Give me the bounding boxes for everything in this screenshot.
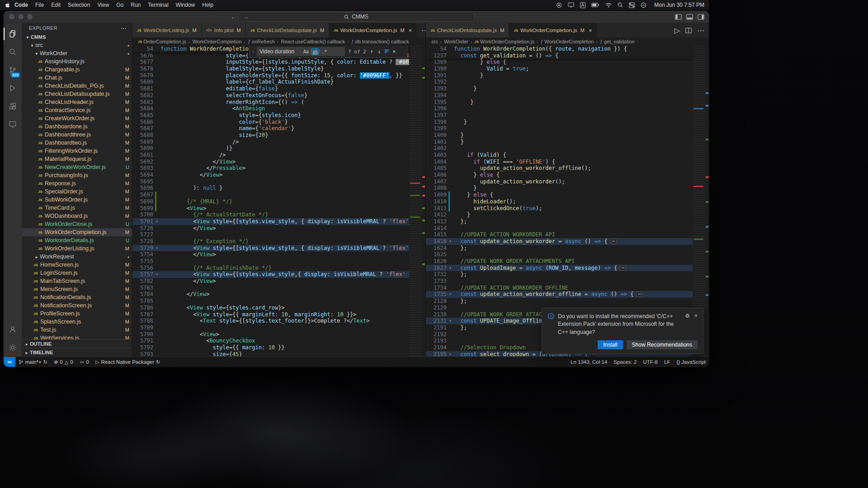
code-line[interactable]: 1411 setClickedOnce(true); <box>426 205 693 212</box>
code-line[interactable]: 5754 </View> <box>132 251 409 258</box>
eol-sequence[interactable]: LF <box>661 359 673 365</box>
find-input[interactable] <box>259 48 301 55</box>
code-line[interactable]: 1408 } <box>426 185 693 192</box>
code-line[interactable]: 1398 } <box>426 119 693 126</box>
code-line[interactable]: 1415 //UPDATE ACTION WORKORDER API <box>426 231 693 238</box>
explorer-icon[interactable] <box>4 25 22 43</box>
code-line[interactable]: 5688 size={20} <box>132 132 409 139</box>
code-line[interactable]: 1407 update_action_workorder(); <box>426 178 693 185</box>
forward-icon[interactable]: → <box>243 14 249 20</box>
ports-item[interactable]: 0 <box>76 359 92 365</box>
code-line[interactable]: 5726 </View> <box>132 225 409 232</box>
folder-item-workorder[interactable]: ▾WorkOrder● <box>22 49 132 57</box>
file-item-homescreen-js[interactable]: JSHomeScreen.jsM <box>22 261 132 269</box>
cursor-position[interactable]: Ln 1343, Col 14 <box>567 359 610 365</box>
code-line[interactable]: 1389 } else { <box>426 59 693 66</box>
code-line[interactable]: 5692 </View> <box>132 159 409 165</box>
menu-file[interactable]: File <box>32 2 47 8</box>
breadcrumb-item[interactable]: WorkOrderCompletion.js <box>480 39 534 44</box>
keyboard-input-icon[interactable]: A <box>580 2 586 8</box>
fold-chevron-icon[interactable]: › <box>447 265 454 272</box>
fold-chevron-icon[interactable]: › <box>447 318 454 324</box>
timeline-section[interactable]: ▸ TIMELINE <box>22 348 132 357</box>
code-line[interactable]: 1416› const update_action_workorder = as… <box>426 238 693 245</box>
code-line[interactable]: 1394 <box>426 92 693 99</box>
menu-view[interactable]: View <box>94 2 113 8</box>
breadcrumb-item[interactable]: React.useCallback() callback <box>281 39 345 44</box>
file-item-checklistdetalisupdate-js[interactable]: JSCheckListDetalisupdate.jsM <box>22 90 132 98</box>
remote-indicator[interactable]: >< <box>4 357 15 367</box>
code-line[interactable]: 5694 </View> <box>132 172 409 178</box>
code-line[interactable]: 1399 <box>426 125 693 132</box>
code-line[interactable]: 1396 <box>426 105 693 112</box>
run-debug-icon[interactable] <box>4 79 22 97</box>
code-editor-1[interactable]: 5676 style={[styles.input, { height: Pla… <box>132 46 425 357</box>
code-line[interactable]: 1393 } <box>426 85 693 92</box>
folder-item-cmms[interactable]: ▾CMMS <box>22 33 132 41</box>
file-item-response-js[interactable]: JSResponse.jsM <box>22 179 132 188</box>
match-case-toggle[interactable]: Aa <box>302 48 310 55</box>
file-item-checklistheader-js[interactable]: JSCheckListHeader.jsM <box>22 98 132 106</box>
fold-chevron-icon[interactable]: › <box>447 351 454 357</box>
code-line[interactable]: 5690 )} <box>132 145 409 152</box>
code-line[interactable]: 5727 <box>132 231 409 238</box>
code-line[interactable]: 5788 <Text style={[styles.text_footer]}>… <box>132 318 409 324</box>
more-actions-icon[interactable]: ⋯ <box>121 25 127 32</box>
code-line[interactable]: 1402 <box>426 145 693 152</box>
file-item-purchasinginfo-js[interactable]: JSPurchasingInfo.jsM <box>22 171 132 179</box>
tab-info-plist[interactable]: </>Info.plistM <box>202 23 246 38</box>
breadcrumb-item[interactable]: WorkOrder <box>444 39 468 44</box>
command-center-search[interactable]: CMMS <box>238 12 474 22</box>
code-line[interactable]: 1414 <box>426 225 693 232</box>
sticky-line[interactable]: 1217 const get_validation = () => { <box>426 52 693 59</box>
file-item-menuscreen-js[interactable]: JSMenuScreen.jsM <box>22 285 132 293</box>
toggle-panel-bottom-icon[interactable] <box>686 14 693 20</box>
code-line[interactable]: 1390 Valid = true; <box>426 66 693 72</box>
minimize-window-button[interactable] <box>18 14 24 19</box>
wifi-icon[interactable] <box>605 3 612 8</box>
file-item-workordercompletion-js[interactable]: JSWorkOrderCompletion.jsM <box>22 228 132 236</box>
code-line[interactable]: 1410 hideLoader(); <box>426 198 693 205</box>
close-window-button[interactable] <box>9 14 14 19</box>
code-line[interactable]: 1404 if (WIFI === 'OFFLINE') { <box>426 159 693 165</box>
run-file-icon[interactable]: ▷ <box>675 26 680 35</box>
menu-window[interactable]: Window <box>172 2 199 8</box>
code-line[interactable]: 5785 <box>132 298 409 305</box>
close-tab-icon[interactable]: × <box>409 27 412 34</box>
code-line[interactable]: 1395 } <box>426 99 693 106</box>
code-line[interactable]: 5784 </View> <box>132 291 409 298</box>
next-match-icon[interactable]: ↓ <box>377 48 382 55</box>
file-item-assignhistory-js[interactable]: JSAssignHistory.js <box>22 57 132 66</box>
code-line[interactable]: 5757› <View style={[styles.view_style,{ … <box>132 271 409 278</box>
code-line[interactable]: 1405 update_action_workorder_offline(); <box>426 165 693 172</box>
folder-item-workrequest[interactable]: ▸WorkRequest● <box>22 253 132 261</box>
file-item-materialrequest-js[interactable]: JSMaterialRequest.jsM <box>22 155 132 163</box>
toggle-replace-icon[interactable]: › <box>252 49 255 54</box>
remote-explorer-icon[interactable] <box>4 115 22 133</box>
code-line[interactable]: 5685 style={styles.icon} <box>132 112 409 119</box>
code-line[interactable]: 5701› <View style={[styles.view_style, {… <box>132 218 409 225</box>
code-line[interactable]: 1626 //UPDATE WORK ORDER ATTACHMENTS API <box>426 258 693 265</box>
battery-icon[interactable] <box>591 3 599 7</box>
code-line[interactable]: 5699 <View> <box>132 205 409 212</box>
file-item-splashscreen-js[interactable]: JSSplashScreen.jsM <box>22 318 132 326</box>
code-line[interactable]: 1412 } <box>426 211 693 218</box>
whole-word-toggle[interactable]: ab <box>311 48 319 55</box>
file-item-profilescreen-js[interactable]: JSProfileScreen.jsM <box>22 310 132 318</box>
task-item[interactable]: ▷ React Native Packager ↻ <box>92 359 163 365</box>
code-line[interactable]: 1409 } else { <box>426 192 693 198</box>
notification-gear-icon[interactable]: ⚙ <box>685 313 690 319</box>
menu-edit[interactable]: Edit <box>47 2 64 8</box>
sticky-line[interactable]: 54function WorkOrderCompletion({ route, … <box>426 46 693 52</box>
menu-run[interactable]: Run <box>127 2 144 8</box>
install-button[interactable]: Install <box>598 340 623 349</box>
minimap-1[interactable] <box>409 46 422 357</box>
file-item-chat-js[interactable]: JSChat.jsM <box>22 74 132 82</box>
file-item-test-js[interactable]: JSTest.jsM <box>22 326 132 334</box>
code-line[interactable]: 1734 //UPDATE ACTION WORKORDER OFFLINE <box>426 285 693 291</box>
code-line[interactable]: 5787 <View style={{ marginLeft: 10, marg… <box>132 311 409 318</box>
tab-checklistdetalisupdate-js[interactable]: JSCheckListDetalisupdate.jsM <box>426 23 509 38</box>
git-branch-item[interactable]: main*+ ↻ <box>15 359 51 365</box>
screen-record-icon[interactable] <box>556 2 562 8</box>
zoom-window-button[interactable] <box>27 14 33 19</box>
